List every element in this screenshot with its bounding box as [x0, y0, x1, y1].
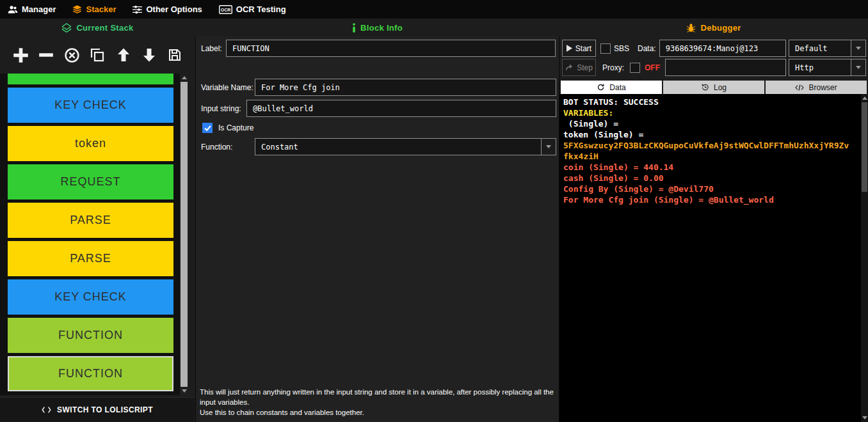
- function-dropdown[interactable]: Constant: [255, 138, 556, 155]
- scroll-down-arrow[interactable]: [861, 414, 868, 422]
- stack-block[interactable]: PARSE: [8, 241, 173, 276]
- triangle-up-icon: [182, 76, 187, 79]
- debug-output: BOT STATUS: SUCCESSVARIABLES: (Single) =…: [559, 94, 868, 422]
- proxy-type-value: Http: [795, 63, 814, 72]
- variable-name-label: Variable Name:: [201, 83, 255, 92]
- debugger-tabs: Data Log Browser: [561, 81, 867, 94]
- debug-line: cash (Single) = 0.00: [563, 173, 851, 184]
- stack-block[interactable]: KEY CHECK: [8, 88, 173, 123]
- block-info-header: Block Info: [195, 19, 559, 36]
- scrollbar-thumb[interactable]: [862, 102, 867, 192]
- ocr-icon: OCR: [219, 5, 232, 14]
- stack-block-label: FUNCTION: [58, 329, 123, 342]
- start-button[interactable]: Start: [562, 40, 596, 57]
- debugger-panel: Start SBS Data: Default Step Proxy: OFF …: [559, 36, 868, 422]
- stack-block-label: KEY CHECK: [54, 98, 127, 112]
- scroll-up-arrow[interactable]: [861, 94, 868, 102]
- input-string-label: Input string:: [201, 104, 246, 113]
- tab-browser[interactable]: Browser: [766, 81, 867, 94]
- switch-to-loliscript-button[interactable]: SWITCH TO LOLISCRIPT: [0, 397, 195, 421]
- proxy-input[interactable]: [665, 59, 786, 76]
- move-down-button[interactable]: [139, 45, 159, 65]
- tab-data[interactable]: Data: [561, 81, 662, 94]
- stack-block[interactable]: token: [8, 126, 173, 161]
- sbs-checkbox[interactable]: [600, 43, 611, 54]
- dropdown-arrow-button[interactable]: [851, 59, 865, 75]
- tab-label: Data: [609, 83, 625, 92]
- tab-log[interactable]: Log: [663, 81, 764, 94]
- code-icon: [795, 84, 804, 91]
- function-label: Function:: [201, 143, 255, 152]
- sbs-label: SBS: [614, 44, 629, 53]
- menu-item-stacker[interactable]: Stacker: [72, 4, 116, 14]
- scrollbar-thumb[interactable]: [181, 82, 188, 387]
- proxy-checkbox[interactable]: [630, 63, 640, 73]
- tab-label: Log: [714, 83, 727, 92]
- stack-block-label: token: [75, 137, 106, 150]
- debug-line: BOT STATUS: SUCCESS: [563, 97, 851, 107]
- stack-block[interactable]: FUNCTION: [8, 356, 173, 391]
- stack-block[interactable]: [8, 74, 173, 84]
- tab-label: Browser: [808, 83, 837, 92]
- stack-block-label: REQUEST: [60, 175, 120, 189]
- triangle-down-icon: [856, 66, 861, 69]
- step-button-label: Step: [577, 63, 593, 72]
- circle-x-icon: [64, 47, 80, 63]
- stack-block-label: FUNCTION: [58, 367, 123, 380]
- block-info-title: Block Info: [360, 23, 403, 33]
- clone-block-button[interactable]: [87, 45, 108, 65]
- menu-item-ocr-testing[interactable]: OCR OCR Testing: [219, 4, 286, 14]
- input-string-input[interactable]: [246, 100, 556, 117]
- current-stack-title: Current Stack: [76, 23, 133, 33]
- block-description: This will just return anything written i…: [200, 387, 558, 418]
- is-capture-label: Is Capture: [218, 123, 253, 132]
- save-icon: [167, 47, 182, 63]
- stack-block-label: KEY CHECK: [54, 290, 127, 304]
- is-capture-checkbox[interactable]: [202, 123, 213, 133]
- scroll-down-arrow[interactable]: [180, 387, 188, 395]
- code-icon: [42, 406, 51, 414]
- stack-block[interactable]: REQUEST: [8, 164, 173, 199]
- variable-name-input[interactable]: [255, 79, 556, 96]
- stack-scrollbar[interactable]: [180, 74, 188, 395]
- output-scrollbar[interactable]: [861, 94, 868, 422]
- move-up-button[interactable]: [113, 45, 134, 65]
- svg-text:OCR: OCR: [221, 8, 231, 12]
- info-icon: [352, 23, 356, 33]
- history-icon: [701, 83, 709, 91]
- step-button[interactable]: Step: [562, 59, 596, 76]
- add-block-button[interactable]: [10, 45, 31, 65]
- triangle-down-icon: [182, 389, 187, 393]
- menu-item-other-options[interactable]: Other Options: [133, 4, 202, 14]
- label-input[interactable]: [226, 40, 556, 57]
- sliders-icon: [133, 5, 142, 14]
- refresh-icon: [597, 83, 605, 91]
- proxy-type-dropdown[interactable]: Http: [789, 59, 866, 76]
- wordlist-type-value: Default: [795, 44, 828, 53]
- disable-block-button[interactable]: [61, 45, 82, 65]
- menu-item-manager[interactable]: Manager: [8, 4, 56, 14]
- arrow-down-icon: [141, 47, 157, 63]
- debugger-title: Debugger: [700, 23, 741, 33]
- triangle-down-icon: [546, 145, 551, 148]
- remove-block-button[interactable]: [36, 45, 56, 65]
- save-stack-button[interactable]: [165, 45, 185, 65]
- proxy-status: OFF: [645, 63, 660, 72]
- block-info-panel: Label: Variable Name: Input string: Is C…: [195, 36, 559, 422]
- debugger-header: Debugger: [559, 19, 868, 36]
- menu-item-label: OCR Testing: [236, 4, 286, 14]
- debug-line: For More Cfg join (Single) = @Bullet_wor…: [563, 194, 851, 205]
- dropdown-arrow-button[interactable]: [541, 139, 556, 155]
- menu-item-label: Manager: [22, 4, 56, 14]
- debugger-row-1: Start SBS Data: Default: [562, 40, 866, 57]
- stack-block[interactable]: FUNCTION: [8, 318, 173, 353]
- data-input[interactable]: [659, 40, 786, 57]
- stack-block[interactable]: PARSE: [8, 203, 173, 238]
- dropdown-arrow-button[interactable]: [851, 40, 865, 56]
- menu-item-label: Stacker: [86, 4, 116, 14]
- step-icon: [565, 64, 574, 71]
- debugger-row-2: Step Proxy: OFF Http: [562, 59, 866, 76]
- stack-block[interactable]: KEY CHECK: [8, 279, 173, 315]
- wordlist-type-dropdown[interactable]: Default: [789, 40, 866, 57]
- scroll-up-arrow[interactable]: [180, 74, 188, 82]
